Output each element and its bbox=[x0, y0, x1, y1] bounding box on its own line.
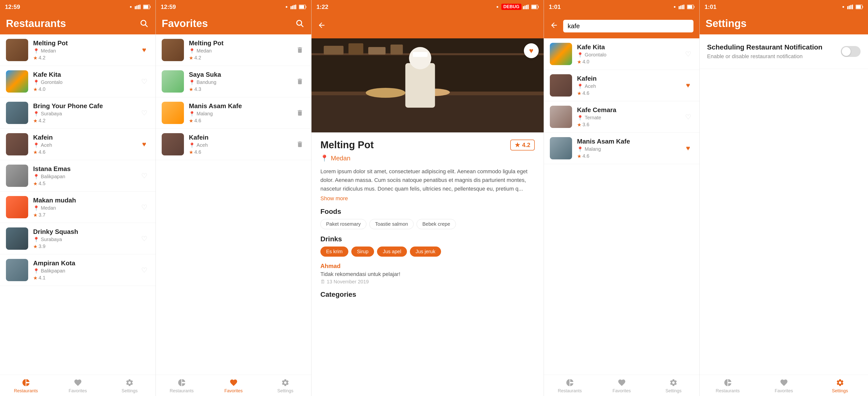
favorite-list-item[interactable]: Saya Suka 📍Bandung ★4.3 bbox=[156, 66, 311, 97]
food-chip[interactable]: Paket rosemary bbox=[320, 219, 366, 229]
nav-restaurants-4[interactable]: Restaurants bbox=[544, 378, 596, 394]
search-result-item[interactable]: Kafein 📍Aceh ★4.6 ♥ bbox=[544, 70, 700, 101]
restaurant-location: 📍Surabaya bbox=[33, 236, 134, 243]
svg-rect-27 bbox=[538, 6, 539, 8]
search-button-2[interactable] bbox=[294, 18, 305, 29]
favorite-list-item[interactable]: Kafein 📍Aceh ★4.6 bbox=[156, 129, 311, 160]
restaurant-location: 📍Gorontalo bbox=[33, 80, 134, 85]
favorite-toggle-button[interactable]: ♥ bbox=[139, 139, 150, 150]
rating-badge: ★ 4.2 bbox=[510, 140, 535, 150]
star-icon: ★ bbox=[577, 90, 582, 96]
restaurant-name: Makan mudah bbox=[33, 197, 134, 204]
drink-chip[interactable]: Jus apel bbox=[377, 247, 407, 257]
search-result-item[interactable]: Kafe Kita 📍Gorontalo ★4.0 ♡ bbox=[544, 38, 700, 70]
star-icon: ★ bbox=[577, 59, 582, 65]
foods-section-title: Foods bbox=[320, 208, 535, 216]
restaurant-list-item[interactable]: Ampiran Kota 📍Balikpapan ★4.1 ♡ bbox=[0, 254, 155, 286]
restaurant-name: Kafe Cemara bbox=[577, 106, 678, 114]
nav-settings-5[interactable]: Settings bbox=[812, 378, 868, 394]
bottom-nav-1: Restaurants Favorites Settings bbox=[0, 375, 155, 396]
restaurant-location: 📍Malang bbox=[189, 111, 289, 117]
nav-settings-4[interactable]: Settings bbox=[648, 378, 700, 394]
back-button[interactable] bbox=[317, 21, 326, 31]
delete-favorite-button[interactable] bbox=[294, 107, 305, 118]
restaurant-list-item[interactable]: Istana Emas 📍Balikpapan ★4.5 ♡ bbox=[0, 160, 155, 192]
nav-favorites-5[interactable]: Favorites bbox=[756, 378, 812, 394]
pin-icon: 📍 bbox=[33, 111, 39, 117]
restaurant-thumbnail bbox=[6, 102, 28, 124]
favorite-toggle-button[interactable]: ♡ bbox=[139, 264, 150, 276]
favorite-toggle-button[interactable]: ♡ bbox=[139, 202, 150, 213]
food-chip[interactable]: Toastie salmon bbox=[369, 219, 413, 229]
favorite-toggle-button[interactable]: ♡ bbox=[139, 76, 150, 87]
favorite-toggle-button[interactable]: ♡ bbox=[139, 170, 150, 181]
search-result-item[interactable]: Kafe Cemara 📍Ternate ★3.6 ♡ bbox=[544, 101, 700, 133]
restaurant-location: 📍Medan bbox=[33, 48, 134, 54]
favorite-toggle-button[interactable]: ♡ bbox=[683, 49, 693, 59]
svg-rect-51 bbox=[849, 5, 850, 9]
restaurant-list-item[interactable]: Drinky Squash 📍Surabaya ★3.9 ♡ bbox=[0, 223, 155, 254]
drink-chip[interactable]: Es krim bbox=[320, 247, 348, 257]
delete-favorite-button[interactable] bbox=[294, 139, 305, 150]
restaurant-list-item[interactable]: Bring Your Phone Cafe 📍Surabaya ★4.2 ♡ bbox=[0, 97, 155, 129]
nav-restaurants-5[interactable]: Restaurants bbox=[700, 378, 756, 394]
restaurant-name: Melting Pot bbox=[189, 39, 289, 47]
food-chip[interactable]: Bebek crepe bbox=[416, 219, 456, 229]
star-icon: ★ bbox=[33, 55, 38, 61]
favorite-button-detail[interactable]: ♥ bbox=[524, 43, 539, 58]
scheduling-notification-item: Scheduling Restaurant Notification Enabl… bbox=[700, 34, 868, 69]
reviewer-name: Ahmad bbox=[320, 263, 535, 270]
restaurant-info: Melting Pot 📍Medan ★4.2 bbox=[189, 39, 289, 61]
restaurant-list-item[interactable]: Makan mudah 📍Medan ★3.7 ♡ bbox=[0, 192, 155, 223]
favorite-list-item[interactable]: Melting Pot 📍Medan ★4.2 bbox=[156, 34, 311, 66]
delete-favorite-button[interactable] bbox=[294, 76, 305, 87]
restaurants-header: Restaurants bbox=[0, 13, 155, 34]
restaurant-thumbnail bbox=[6, 259, 28, 281]
nav-favorites-2[interactable]: Favorites bbox=[208, 378, 259, 394]
restaurant-info: Kafe Cemara 📍Ternate ★3.6 bbox=[577, 106, 678, 128]
search-input-wrapper[interactable] bbox=[563, 20, 693, 32]
pin-icon: 📍 bbox=[189, 80, 195, 85]
favorite-toggle-button[interactable]: ♥ bbox=[683, 143, 693, 154]
scheduling-toggle[interactable] bbox=[841, 46, 861, 57]
drink-chip[interactable]: Jus jeruk bbox=[410, 247, 441, 257]
svg-point-36 bbox=[366, 88, 405, 98]
svg-rect-45 bbox=[683, 4, 685, 9]
favorite-toggle-button[interactable]: ♡ bbox=[139, 233, 150, 244]
restaurant-list-item[interactable]: Melting Pot 📍Medan ★4.2 ♥ bbox=[0, 34, 155, 66]
review-block: Ahmad Tidak rekomendasi untuk pelajar! 🗓… bbox=[320, 263, 535, 285]
restaurant-rating: ★4.2 bbox=[33, 118, 134, 124]
search-result-item[interactable]: Manis Asam Kafe 📍Malang ★4.6 ♥ bbox=[544, 133, 700, 164]
favorite-toggle-button[interactable]: ♡ bbox=[139, 107, 150, 118]
svg-rect-44 bbox=[682, 5, 683, 9]
search-back-button[interactable] bbox=[550, 21, 558, 31]
restaurant-name: Manis Asam Kafe bbox=[189, 102, 289, 110]
restaurant-description: Lorem ipsum dolor sit amet, consectetuer… bbox=[320, 167, 535, 193]
drink-chip[interactable]: Sirup bbox=[351, 247, 374, 257]
nav-settings-2[interactable]: Settings bbox=[259, 378, 311, 394]
favorite-toggle-button[interactable]: ♥ bbox=[139, 45, 150, 55]
restaurant-rating: ★4.0 bbox=[33, 86, 134, 92]
nav-favorites-4[interactable]: Favorites bbox=[596, 378, 648, 394]
favorite-list-item[interactable]: Manis Asam Kafe 📍Malang ★4.6 bbox=[156, 97, 311, 129]
search-input[interactable] bbox=[568, 22, 689, 30]
nav-restaurants-label-1: Restaurants bbox=[14, 388, 38, 394]
restaurant-list-item[interactable]: Kafe Kita 📍Gorontalo ★4.0 ♡ bbox=[0, 66, 155, 97]
search-button-1[interactable] bbox=[139, 18, 150, 29]
nav-favorites-1[interactable]: Favorites bbox=[52, 378, 104, 394]
favorite-toggle-button[interactable]: ♥ bbox=[683, 80, 693, 91]
time-5: 1:01 bbox=[705, 3, 716, 10]
delete-favorite-button[interactable] bbox=[294, 45, 305, 55]
restaurant-name: Manis Asam Kafe bbox=[577, 138, 678, 145]
svg-rect-17 bbox=[306, 6, 306, 8]
search-header bbox=[544, 13, 700, 38]
restaurant-list-item[interactable]: Kafein 📍Aceh ★4.6 ♥ bbox=[0, 129, 155, 160]
show-more-button[interactable]: Show more bbox=[320, 195, 535, 202]
nav-settings-1[interactable]: Settings bbox=[103, 378, 155, 394]
search-results-list: Kafe Kita 📍Gorontalo ★4.0 ♡ Kafein 📍Aceh… bbox=[544, 38, 700, 375]
nav-restaurants-2[interactable]: Restaurants bbox=[156, 378, 208, 394]
nav-restaurants-1[interactable]: Restaurants bbox=[0, 378, 52, 394]
nav-restaurants-label-4: Restaurants bbox=[558, 388, 582, 394]
svg-rect-21 bbox=[523, 6, 524, 9]
favorite-toggle-button[interactable]: ♡ bbox=[683, 111, 693, 122]
